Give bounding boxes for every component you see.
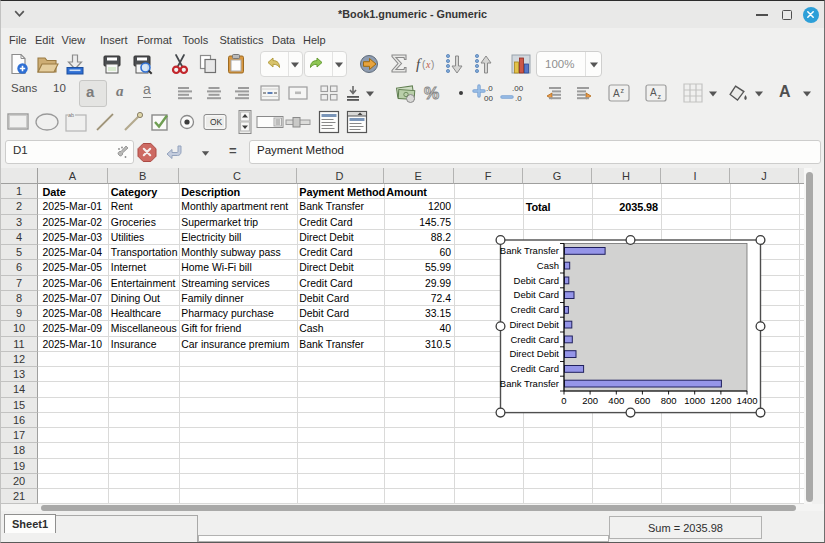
svg-text:ab: ab [68,112,74,118]
svg-text:Debit Card: Debit Card [514,289,559,300]
svg-text:0: 0 [561,395,566,406]
svg-text:Credit Card: Credit Card [510,334,559,345]
svg-text:%: % [424,84,439,103]
svg-text:.00: .00 [512,84,524,93]
svg-text:): ) [431,59,434,70]
svg-text:A: A [613,88,620,99]
svg-text:Bank Transfer: Bank Transfer [500,245,559,256]
svg-text:1200: 1200 [710,395,731,406]
svg-text:Credit Card: Credit Card [510,363,559,374]
svg-text:Credit Card: Credit Card [510,304,559,315]
svg-text:Bank Transfer: Bank Transfer [500,378,559,389]
svg-text:z: z [621,87,625,94]
svg-text:600: 600 [634,395,650,406]
svg-text:400: 400 [608,395,624,406]
svg-text:Cash: Cash [537,260,559,271]
svg-text:1000: 1000 [684,395,705,406]
svg-text:.0: .0 [515,94,522,103]
svg-text:z: z [657,93,661,100]
svg-text:Direct Debit: Direct Debit [509,348,559,359]
svg-text:.0: .0 [486,84,493,93]
svg-text:1400: 1400 [736,395,757,406]
svg-text:A: A [650,87,657,98]
svg-text:Debit Card: Debit Card [514,275,559,286]
svg-text:800: 800 [661,395,677,406]
svg-text:OK: OK [210,117,223,127]
svg-text:200: 200 [582,395,598,406]
svg-text:00: 00 [484,94,493,103]
svg-text:Direct Debit: Direct Debit [509,319,559,330]
